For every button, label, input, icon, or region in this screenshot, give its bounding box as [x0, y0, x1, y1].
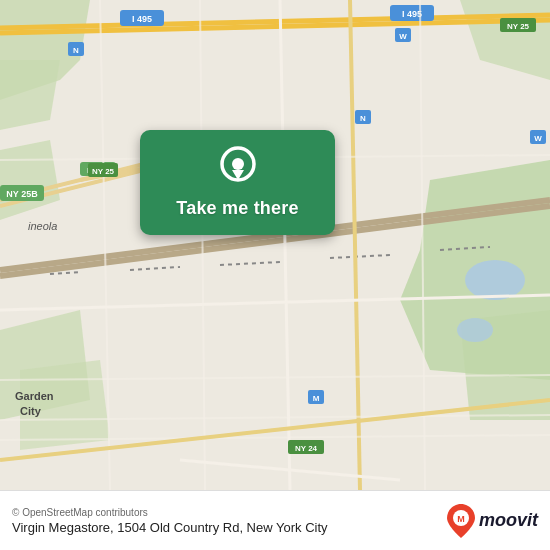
svg-text:NY 25B: NY 25B: [6, 189, 38, 199]
location-name: Virgin Megastore, 1504 Old Country Rd, N…: [12, 520, 447, 535]
svg-text:NY 25: NY 25: [507, 22, 530, 31]
moovit-brand-text: moovit: [479, 510, 538, 531]
navigation-card[interactable]: Take me there: [140, 130, 335, 235]
svg-text:W: W: [534, 134, 542, 143]
svg-text:N: N: [360, 114, 366, 123]
svg-text:City: City: [20, 405, 42, 417]
svg-text:ineola: ineola: [28, 220, 57, 232]
moovit-logo: M moovit: [447, 504, 538, 538]
svg-text:I 495: I 495: [402, 9, 422, 19]
map-container: I 495 I 495 NY 25B NY 25: [0, 0, 550, 490]
svg-text:Garden: Garden: [15, 390, 54, 402]
svg-text:N: N: [73, 46, 79, 55]
osm-credit: © OpenStreetMap contributors: [12, 507, 447, 518]
svg-point-63: [232, 158, 244, 170]
location-info: © OpenStreetMap contributors Virgin Mega…: [12, 507, 447, 535]
svg-point-9: [465, 260, 525, 300]
svg-text:M: M: [457, 514, 465, 524]
svg-text:NY 25: NY 25: [92, 167, 115, 176]
svg-text:W: W: [399, 32, 407, 41]
button-overlay: Take me there: [140, 130, 335, 235]
map-pin-icon: [220, 146, 256, 190]
take-me-there-button[interactable]: Take me there: [176, 198, 298, 219]
bottom-bar: © OpenStreetMap contributors Virgin Mega…: [0, 490, 550, 550]
svg-text:I 495: I 495: [132, 14, 152, 24]
svg-text:NY 24: NY 24: [295, 444, 318, 453]
moovit-pin-icon: M: [447, 504, 475, 538]
svg-text:M: M: [313, 394, 320, 403]
svg-point-10: [457, 318, 493, 342]
